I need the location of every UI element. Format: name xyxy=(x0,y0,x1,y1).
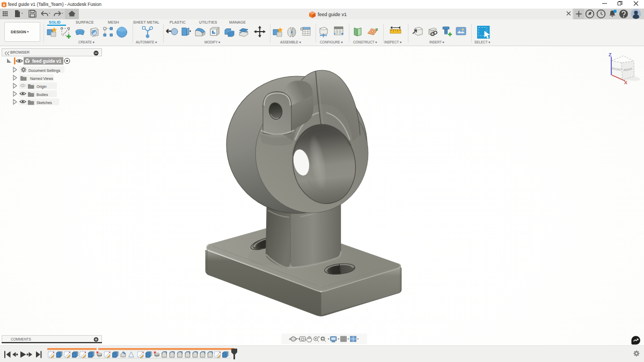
svg-text:Z: Z xyxy=(609,52,612,57)
svg-text:Sketches: Sketches xyxy=(36,101,52,105)
svg-text:feed guide v1: feed guide v1 xyxy=(32,58,62,64)
svg-text:Named Views: Named Views xyxy=(30,77,54,80)
svg-text:Bodies: Bodies xyxy=(36,93,48,97)
svg-text:X: X xyxy=(624,80,627,85)
svg-text:Document Settings: Document Settings xyxy=(28,69,61,73)
svg-text:feed guide v1: feed guide v1 xyxy=(318,12,347,17)
svg-text:Origin: Origin xyxy=(36,85,47,89)
